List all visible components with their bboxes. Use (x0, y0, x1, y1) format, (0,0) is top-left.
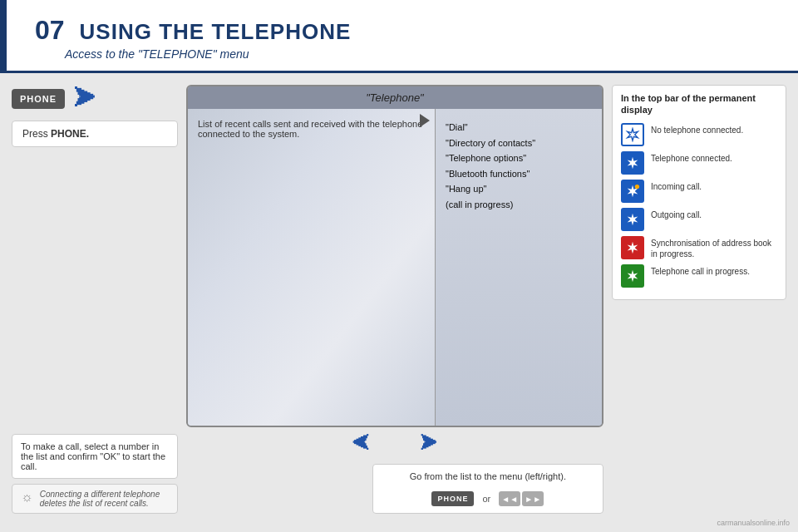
outgoing-call-text: Outgoing call. (651, 208, 702, 220)
callout-left-text: To make a call, select a number in the l… (21, 441, 165, 471)
nav-controls: PHONE or ◄◄ ►► (431, 491, 544, 506)
screen-right-panel: "Dial" "Directory of contacts" "Telephon… (436, 109, 602, 426)
incoming-call-text: Incoming call. (651, 180, 702, 192)
status-incoming-call: Incoming call. (621, 180, 777, 203)
menu-item-hangup[interactable]: "Hang up" (446, 182, 592, 196)
screen-left-text: List of recent calls sent and received w… (198, 119, 422, 139)
phone-hw-button[interactable]: PHONE (12, 89, 65, 109)
permanent-display-box: In the top bar of the permanent display … (612, 85, 786, 300)
chapter-number: 07 (35, 15, 65, 46)
status-phone-connected: Telephone connected. (621, 151, 777, 175)
sync-icon (621, 236, 644, 259)
callout-right-text: Go from the list to the menu (left/right… (410, 471, 566, 481)
right-panel: In the top bar of the permanent display … (612, 85, 786, 514)
menu-item-bluetooth[interactable]: "Bluetooth functions" (446, 167, 592, 181)
nav-phone-button[interactable]: PHONE (431, 491, 474, 506)
no-phone-icon (621, 123, 644, 146)
header: 07 USING THE TELEPHONE Access to the "TE… (0, 0, 798, 73)
press-phone-bold: PHONE. (51, 128, 89, 140)
incoming-call-icon (621, 180, 644, 203)
menu-item-dial[interactable]: "Dial" (446, 121, 592, 135)
left-column: PHONE ⮞ Press PHONE. To make a call, sel… (12, 85, 178, 514)
screen-title-bar: "Telephone" (188, 86, 602, 109)
nav-prev-button[interactable]: ◄◄ (499, 491, 520, 506)
call-progress-text: Telephone call in progress. (651, 264, 750, 277)
nav-or-label: or (482, 494, 490, 504)
callout-left: To make a call, select a number in the l… (12, 434, 178, 479)
no-phone-text: No telephone connected. (651, 123, 743, 135)
press-phone-text: Press (22, 128, 51, 140)
outgoing-call-icon (621, 208, 644, 231)
svg-point-0 (635, 184, 639, 188)
phone-connected-text: Telephone connected. (651, 151, 732, 164)
nav-next-button[interactable]: ►► (522, 491, 544, 506)
lightbulb-icon: ☼ (21, 490, 33, 505)
status-sync: Synchronisation of address book in progr… (621, 236, 777, 259)
sync-text: Synchronisation of address book in progr… (651, 236, 777, 259)
screen-mockup: "Telephone" List of recent calls sent an… (186, 85, 603, 427)
play-arrow-icon (420, 114, 430, 127)
screen-left-panel: List of recent calls sent and received w… (188, 109, 436, 426)
header-accent (0, 0, 7, 71)
screen-body: List of recent calls sent and received w… (188, 109, 602, 426)
note-box: ☼ Connecting a different telephone delet… (12, 484, 178, 514)
watermark: carmanualsonline.info (717, 519, 790, 527)
menu-item-directory[interactable]: "Directory of contacts" (446, 136, 592, 150)
press-phone-instruction: Press PHONE. (12, 121, 178, 147)
status-outgoing-call: Outgoing call. (621, 208, 777, 231)
menu-item-options[interactable]: "Telephone options" (446, 151, 592, 165)
navigation-arrows-decoration: ⮜ ⮞ (186, 432, 603, 456)
chapter-subtitle: Access to the "TELEPHONE" menu (65, 47, 773, 61)
screen-title: "Telephone" (366, 91, 423, 104)
permanent-display-title: In the top bar of the permanent display (621, 92, 777, 116)
nav-arrow-buttons: ◄◄ ►► (499, 491, 544, 506)
screen-column: "Telephone" List of recent calls sent an… (186, 85, 603, 514)
phone-connected-icon (621, 151, 644, 175)
right-nav-arrow-icon: ⮞ (420, 433, 438, 455)
arrow-right-icon: ⮞ (73, 85, 96, 112)
chapter-title: USING THE TELEPHONE (80, 19, 352, 45)
note-text: Connecting a different telephone deletes… (40, 490, 169, 508)
left-nav-arrow-icon: ⮜ (352, 433, 370, 455)
main-content: PHONE ⮞ Press PHONE. To make a call, sel… (0, 73, 798, 522)
menu-item-call-progress: (call in progress) (446, 198, 592, 212)
callout-row: Go from the list to the menu (left/right… (186, 464, 603, 514)
status-no-phone: No telephone connected. (621, 123, 777, 146)
phone-button-row: PHONE ⮞ (12, 85, 178, 112)
callout-right: Go from the list to the menu (left/right… (372, 464, 603, 514)
status-call-progress: Telephone call in progress. (621, 264, 777, 288)
call-progress-icon (621, 264, 644, 288)
